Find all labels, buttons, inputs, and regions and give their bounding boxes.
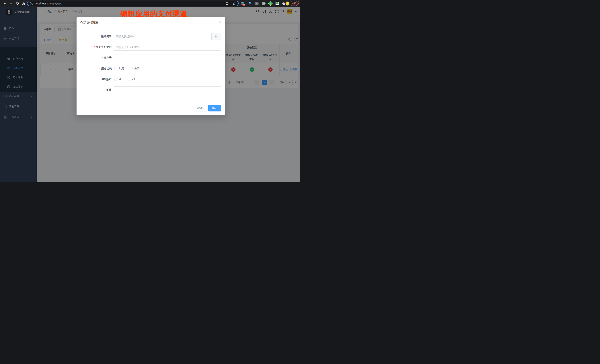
rate-input[interactable] [114, 33, 221, 40]
home-icon[interactable] [21, 1, 26, 6]
profile-avatar[interactable] [285, 1, 290, 6]
url-text[interactable]: localhost:1024/pay/app [36, 2, 62, 5]
api-version-label: *API 版本 [79, 76, 112, 83]
extension-chat-icon[interactable] [275, 1, 280, 6]
dialog-title: 创建支付渠道 [80, 21, 98, 25]
radio-circle[interactable] [114, 67, 117, 70]
bookmark-star-icon[interactable] [233, 2, 236, 5]
browser-menu-icon[interactable] [298, 1, 299, 5]
merchant-no-label: *商户号 [79, 54, 112, 61]
extension-balloon-icon[interactable] [248, 1, 252, 6]
percent-suffix: % [211, 33, 221, 40]
merchant-no-input[interactable] [114, 54, 221, 61]
radio-circle[interactable] [128, 78, 131, 81]
status-radio-on[interactable]: 开启 [114, 67, 124, 70]
appid-label: *公众号APPID [79, 44, 112, 51]
forward-icon[interactable] [9, 1, 13, 6]
radio-circle[interactable] [114, 78, 117, 81]
radio-circle[interactable] [130, 67, 133, 70]
extension-command-icon[interactable]: ⌘ [255, 1, 259, 6]
api-radio-v2[interactable]: v2 [114, 78, 121, 81]
share-icon[interactable] [225, 2, 228, 5]
info-icon[interactable]: i [30, 2, 33, 5]
remark-input[interactable] [114, 86, 221, 93]
channel-status-label: *渠道状态 [79, 65, 112, 72]
svg-text:⌘: ⌘ [255, 2, 258, 5]
browser-chrome: i localhost:1024/pay/app 10 ⌘ y 更新 [0, 0, 300, 7]
create-pay-channel-dialog: 创建支付渠道 ✕ *渠道费率 % *公众号APPID *商户号 *渠道状态 开启… [76, 17, 225, 115]
svg-text:y: y [270, 2, 271, 5]
screen: { "browser": { "url_host": "localhost", … [0, 0, 300, 182]
extension-badge: 10 [243, 4, 244, 6]
rate-label: *渠道费率 [79, 33, 112, 40]
reload-icon[interactable] [15, 1, 20, 6]
dialog-close-icon[interactable]: ✕ [219, 20, 221, 24]
update-button[interactable]: 更新 [290, 1, 298, 6]
appid-input[interactable] [114, 44, 221, 51]
remark-label: 备注 [79, 86, 112, 93]
api-radio-v3[interactable]: v3 [128, 78, 135, 81]
extension-dot-icon[interactable] [262, 1, 266, 6]
extension-tiles-icon[interactable]: 10 [241, 1, 245, 6]
address-bar[interactable]: i localhost:1024/pay/app [27, 1, 239, 6]
back-icon[interactable] [3, 1, 7, 6]
confirm-button[interactable]: 确定 [208, 105, 221, 111]
cancel-button[interactable]: 取消 [194, 105, 206, 111]
status-radio-off[interactable]: 关闭 [130, 67, 140, 70]
extension-y-icon[interactable]: y [268, 1, 272, 6]
rate-field: % [114, 33, 221, 40]
